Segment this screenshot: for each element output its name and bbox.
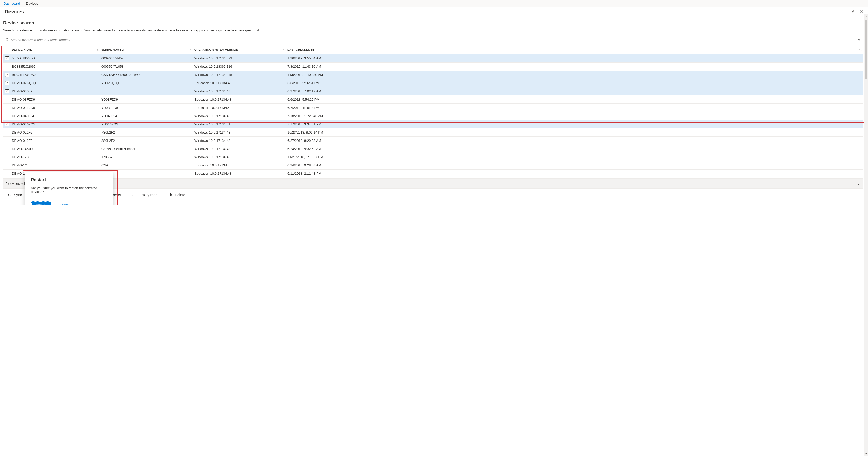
cell-serial: 173657 <box>101 155 194 159</box>
table-row[interactable]: DEMO-173173657Windows 10.0.17134.4811/21… <box>3 153 863 161</box>
col-checked[interactable]: LAST CHECKED IN↑↓ <box>287 48 863 51</box>
cell-name: 5882A88D6F2A <box>12 56 101 60</box>
delete-button[interactable]: Delete <box>167 192 187 198</box>
search-icon <box>5 38 9 41</box>
cell-os: Education 10.0.17134.48 <box>194 163 287 167</box>
table-row[interactable]: ✓BOOTH-ASUS2CSN12345678901234567Windows … <box>3 71 863 79</box>
row-checkbox[interactable]: ✓ <box>5 122 9 126</box>
title-bar: Devices <box>0 7 868 16</box>
dialog-title: Restart <box>31 177 107 182</box>
table-row[interactable]: ✓DEMO-046ZGSYD046ZGSWindows 10.0.17134.8… <box>3 120 863 129</box>
cell-name: DEMO-14S00 <box>12 147 101 151</box>
cell-checked: 11/5/2018, 11:08:39 AM <box>287 73 863 77</box>
cell-checked: 6/24/2018, 9:32:52 AM <box>287 147 863 151</box>
undo-icon <box>131 193 135 197</box>
table-row[interactable]: ✓DEMO-02KQLQYD02KQLQEducation 10.0.17134… <box>3 79 863 87</box>
cell-checked: 6/11/2018, 2:11:43 PM <box>287 172 863 175</box>
cell-os: Windows 10.0.17134.48 <box>194 114 287 118</box>
cell-name: DEMO-1Q0 <box>12 163 101 167</box>
cell-checked: 10/23/2018, 8:06:14 PM <box>287 131 863 134</box>
cell-checked: 6/24/2018, 9:28:58 AM <box>287 163 863 167</box>
cell-name: DEMO-0L2F2 <box>12 139 101 143</box>
clear-search-icon[interactable]: ✕ <box>858 37 861 42</box>
cell-serial: CPG <box>101 172 194 175</box>
page-title: Devices <box>5 9 24 15</box>
sync-icon <box>8 193 12 197</box>
search-box[interactable]: ✕ <box>3 36 863 44</box>
table-row[interactable]: DEMO-0L2F28S0L2F2Windows 10.0.17134.486/… <box>3 137 863 145</box>
cell-checked: 6/6/2018, 5:54:29 PM <box>287 97 863 102</box>
selection-status-bar: 5 devices selected ⌄ <box>3 178 863 189</box>
cell-os: Windows 10.0.17134.48 <box>194 139 287 143</box>
cell-os: Windows 10.0.17134.81 <box>194 122 287 126</box>
vertical-scrollbar[interactable]: ▲ ▼ <box>864 15 868 205</box>
cell-checked: 1/26/2019, 3:55:54 AM <box>287 56 863 60</box>
cell-serial: CNA <box>101 163 194 167</box>
breadcrumb-dashboard[interactable]: Dashboard <box>4 2 20 5</box>
table-row[interactable]: DEMO-14S00Chassis Serial NumberWindows 1… <box>3 145 863 153</box>
col-os[interactable]: OPERATING SYSTEM VERSION↑↓ <box>194 48 287 51</box>
table-row[interactable]: DEMO-040L24YD040L24Windows 10.0.17134.48… <box>3 112 863 120</box>
close-icon[interactable] <box>860 9 863 15</box>
cell-serial: Chassis Serial Number <box>101 147 194 151</box>
search-input[interactable] <box>10 38 858 42</box>
cell-serial: YD03FZD9 <box>101 97 194 102</box>
cell-serial: 7S0L2F2 <box>101 131 194 134</box>
table-row[interactable]: ✓DEMO-03059Windows 10.0.17134.486/27/201… <box>3 87 863 95</box>
cell-checked: 6/27/2018, 8:29:23 AM <box>287 139 863 143</box>
table-row[interactable]: DEMO-03FZD9YD03FZD9Education 10.0.17134.… <box>3 95 863 104</box>
scroll-up-icon[interactable]: ▲ <box>864 15 868 19</box>
table-row[interactable]: BC83852C2065000550471058Windows 10.0.183… <box>3 62 863 71</box>
table-row[interactable]: DEMO-1Q0CPGEducation 10.0.17134.486/11/2… <box>3 170 863 178</box>
chevron-down-icon[interactable]: ⌄ <box>857 181 860 186</box>
col-serial[interactable]: SERIAL NUMBER↑↓ <box>101 48 194 51</box>
dialog-cancel-button[interactable]: Cancel <box>55 201 75 205</box>
cell-os: Education 10.0.17134.48 <box>194 81 287 85</box>
cell-name: DEMO-0L2F2 <box>12 131 101 134</box>
cell-checked: 6/7/2018, 4:19:14 PM <box>287 106 863 110</box>
table-row[interactable]: DEMO-03FZD9YD03FZD9Education 10.0.17134.… <box>3 104 863 112</box>
row-checkbox[interactable]: ✓ <box>5 56 9 60</box>
col-device-name[interactable]: DEVICE NAME↑↓ <box>12 48 101 51</box>
table-header: DEVICE NAME↑↓ SERIAL NUMBER↑↓ OPERATING … <box>3 45 863 54</box>
cell-serial: YD02KQLQ <box>101 81 194 85</box>
cell-name: DEMO-02KQLQ <box>12 81 101 85</box>
cell-name: DEMO-173 <box>12 155 101 159</box>
cell-os: Windows 10.0.17134.523 <box>194 56 287 60</box>
cell-serial: 003903674457 <box>101 56 194 60</box>
cell-os: Education 10.0.17134.48 <box>194 97 287 102</box>
row-checkbox[interactable]: ✓ <box>5 73 9 77</box>
table-row[interactable]: ✓5882A88D6F2A003903674457Windows 10.0.17… <box>3 54 863 62</box>
scroll-thumb[interactable] <box>865 20 867 79</box>
cell-serial: YD040L24 <box>101 114 194 118</box>
cell-os: Windows 10.0.17134.48 <box>194 131 287 134</box>
sync-button[interactable]: Sync <box>6 192 23 198</box>
cell-os: Education 10.0.17134.48 <box>194 172 287 175</box>
cell-checked: 7/18/2018, 11:23:43 AM <box>287 114 863 118</box>
cell-checked: 7/3/2019, 11:43:10 AM <box>287 65 863 68</box>
row-checkbox[interactable]: ✓ <box>5 89 9 93</box>
table-row[interactable]: DEMO-1Q0CNAEducation 10.0.17134.486/24/2… <box>3 161 863 170</box>
table-row[interactable]: DEMO-0L2F27S0L2F2Windows 10.0.17134.4810… <box>3 129 863 137</box>
cell-os: Windows 10.0.18362.116 <box>194 65 287 68</box>
cell-serial: 000550471058 <box>101 65 194 68</box>
pin-icon[interactable] <box>851 9 855 15</box>
cell-os: Windows 10.0.17134.48 <box>194 89 287 93</box>
cell-checked: 6/6/2018, 2:16:51 PM <box>287 81 863 85</box>
cell-serial: CSN12345678901234567 <box>101 73 194 77</box>
row-checkbox[interactable]: ✓ <box>5 81 9 85</box>
cell-checked: 6/27/2018, 7:02:12 AM <box>287 89 863 93</box>
breadcrumb-current: Devices <box>26 2 38 5</box>
breadcrumb-separator: › <box>22 2 23 5</box>
cell-os: Windows 10.0.17134.48 <box>194 155 287 159</box>
restart-dialog: Restart Are you sure you want to restart… <box>25 172 113 205</box>
cell-name: BOOTH-ASUS2 <box>12 73 101 77</box>
cell-os: Education 10.0.17134.48 <box>194 106 287 110</box>
cell-name: DEMO-03FZD9 <box>12 97 101 102</box>
cell-serial: YD03FZD9 <box>101 106 194 110</box>
section-title: Device search <box>3 20 863 26</box>
cell-name: DEMO-03FZD9 <box>12 106 101 110</box>
factory-reset-button[interactable]: Factory reset <box>130 192 160 198</box>
dialog-confirm-button[interactable]: Restart <box>31 201 52 205</box>
cell-name: DEMO-03059 <box>12 89 101 93</box>
